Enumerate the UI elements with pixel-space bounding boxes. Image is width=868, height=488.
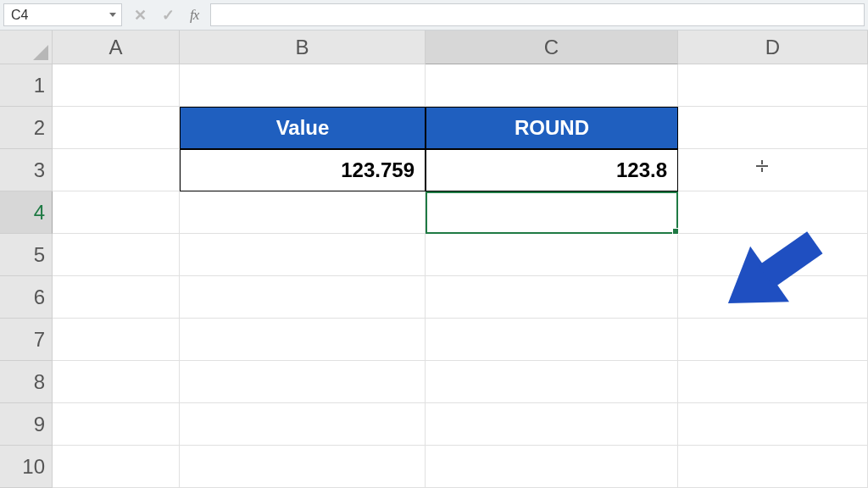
cell-B1[interactable] — [180, 64, 426, 107]
name-box-value: C4 — [11, 8, 28, 23]
cell-B9[interactable] — [180, 403, 426, 446]
cell-B4[interactable] — [180, 191, 426, 234]
cell-C7[interactable] — [426, 319, 678, 361]
cell-A2[interactable] — [53, 107, 180, 149]
row-header-4[interactable]: 4 — [0, 191, 53, 234]
cell-C5[interactable] — [426, 234, 678, 276]
col-header-B[interactable]: B — [180, 30, 426, 64]
cell-D3[interactable] — [678, 149, 868, 191]
enter-icon — [162, 6, 175, 25]
cell-C2[interactable]: ROUND — [426, 107, 678, 149]
cell-A4[interactable] — [53, 191, 180, 234]
row-header-3[interactable]: 3 — [0, 149, 53, 191]
formula-bar-input[interactable] — [210, 3, 865, 26]
cell-A10[interactable] — [53, 446, 180, 488]
cell-B10[interactable] — [180, 446, 426, 488]
name-box[interactable]: C4 — [3, 3, 122, 26]
col-header-D[interactable]: D — [678, 30, 868, 64]
row-header-7[interactable]: 7 — [0, 319, 53, 361]
cell-B7[interactable] — [180, 319, 426, 361]
row-header-8[interactable]: 8 — [0, 361, 53, 403]
row-header-10[interactable]: 10 — [0, 446, 53, 488]
cell-A9[interactable] — [53, 403, 180, 446]
row-header-9[interactable]: 9 — [0, 403, 53, 446]
cell-D2[interactable] — [678, 107, 868, 149]
cell-A7[interactable] — [53, 319, 180, 361]
cell-C4[interactable] — [426, 191, 678, 234]
cell-D1[interactable] — [678, 64, 868, 107]
cell-D10[interactable] — [678, 446, 868, 488]
row-header-6[interactable]: 6 — [0, 276, 53, 319]
fx-icon[interactable]: fx — [190, 7, 198, 24]
name-box-dropdown-icon[interactable] — [109, 13, 116, 17]
cell-B8[interactable] — [180, 361, 426, 403]
cell-C3[interactable]: 123.8 — [426, 149, 678, 191]
cell-A6[interactable] — [53, 276, 180, 319]
row-header-2[interactable]: 2 — [0, 107, 53, 149]
col-header-A[interactable]: A — [53, 30, 180, 64]
row-header-1[interactable]: 1 — [0, 64, 53, 107]
cell-A3[interactable] — [53, 149, 180, 191]
cell-C1[interactable] — [426, 64, 678, 107]
cell-A1[interactable] — [53, 64, 180, 107]
cell-C9[interactable] — [426, 403, 678, 446]
cell-B6[interactable] — [180, 276, 426, 319]
cell-C8[interactable] — [426, 361, 678, 403]
cancel-icon: ✕ — [134, 6, 147, 25]
cell-A8[interactable] — [53, 361, 180, 403]
col-header-C[interactable]: C — [426, 30, 678, 64]
cell-B5[interactable] — [180, 234, 426, 276]
cell-D9[interactable] — [678, 403, 868, 446]
cell-D8[interactable] — [678, 361, 868, 403]
cell-B3[interactable]: 123.759 — [180, 149, 426, 191]
cell-C10[interactable] — [426, 446, 678, 488]
cell-B2[interactable]: Value — [180, 107, 426, 149]
cell-A5[interactable] — [53, 234, 180, 276]
cell-C6[interactable] — [426, 276, 678, 319]
select-all-corner[interactable] — [0, 30, 53, 64]
row-header-5[interactable]: 5 — [0, 234, 53, 276]
